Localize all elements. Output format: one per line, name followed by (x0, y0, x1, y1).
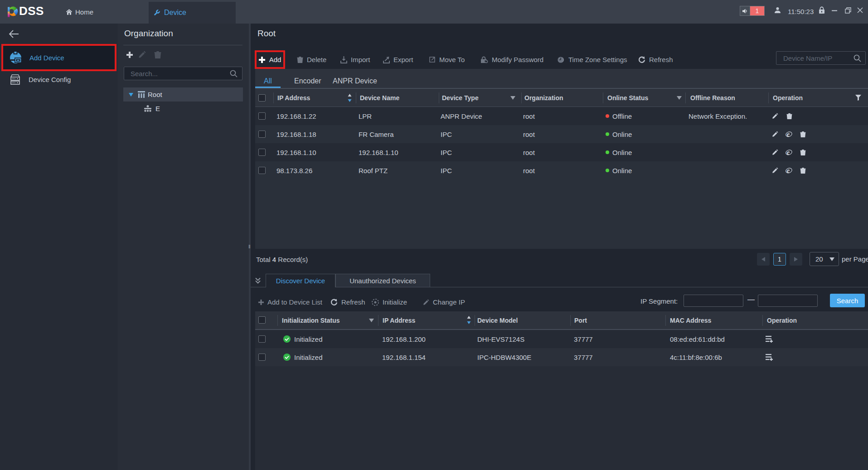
svg-text:e: e (787, 167, 790, 174)
svg-text:e: e (787, 149, 790, 156)
svg-text:e: e (787, 131, 790, 138)
